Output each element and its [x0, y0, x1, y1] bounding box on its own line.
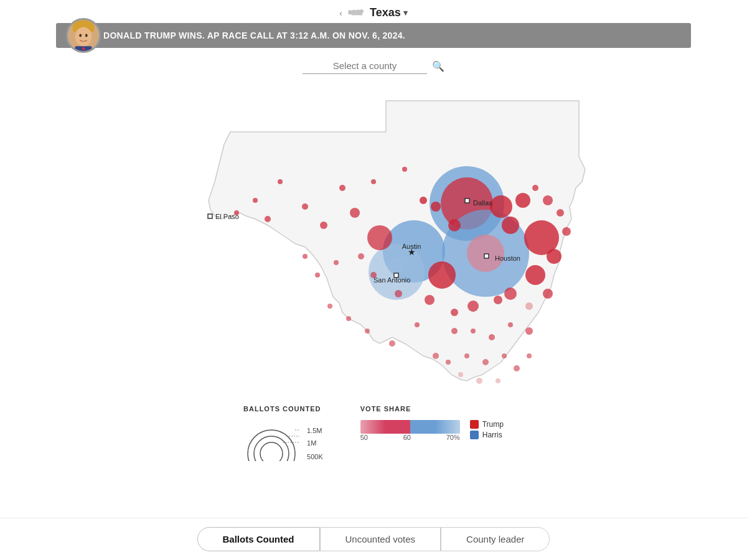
- vote-bubble[interactable]: [420, 197, 427, 204]
- vote-bubble[interactable]: [303, 254, 308, 259]
- texas-svg: El Paso Dallas ★ Austin San Antonio Hous…: [156, 82, 591, 393]
- svg-point-3: [75, 27, 92, 47]
- vote-bubble[interactable]: [508, 322, 513, 327]
- vote-bubble[interactable]: [525, 327, 533, 335]
- ballots-size-labels: 1.5M 1M 500K: [307, 418, 323, 461]
- svg-point-5: [85, 34, 88, 37]
- tab-uncounted-votes[interactable]: Uncounted votes: [320, 527, 441, 551]
- vote-bubble[interactable]: [334, 260, 339, 265]
- el-paso-label: El Paso: [215, 213, 239, 220]
- vote-bubble[interactable]: [327, 304, 332, 309]
- svg-point-8: [248, 430, 295, 461]
- legend-area: BALLOTS COUNTED 1.5M 1M 500K: [0, 396, 747, 467]
- size-1m: 1M: [307, 439, 323, 447]
- vote-bubble[interactable]: [350, 208, 360, 218]
- county-search-input[interactable]: [303, 58, 427, 74]
- vote-legend-items: Trump Harris: [470, 420, 504, 439]
- vote-bubble[interactable]: [458, 372, 463, 377]
- county-search-area: 🔍: [0, 58, 747, 74]
- svg-point-4: [79, 34, 82, 37]
- vote-bubble[interactable]: [448, 219, 461, 231]
- search-icon[interactable]: 🔍: [432, 60, 444, 72]
- vote-bubble[interactable]: [562, 227, 571, 236]
- vote-bubble[interactable]: [489, 334, 495, 340]
- vote-share-title: VOTE SHARE: [360, 405, 504, 413]
- vote-bubble[interactable]: [451, 309, 458, 316]
- vote-bubble[interactable]: [339, 185, 345, 191]
- vote-bubble[interactable]: [431, 202, 441, 212]
- vote-bubble[interactable]: [388, 258, 403, 273]
- vote-bubble[interactable]: [471, 329, 476, 334]
- vote-bubble[interactable]: [402, 167, 407, 172]
- vote-bar-gradient: [360, 420, 460, 434]
- harris-legend-item: Harris: [470, 431, 504, 439]
- el-paso-marker: [208, 214, 212, 218]
- vote-bubble[interactable]: [415, 322, 420, 327]
- size-500k: 500K: [307, 452, 323, 461]
- winner-banner: DONALD TRUMP WINS. AP RACE CALL AT 3:12 …: [56, 23, 691, 48]
- vote-bubble[interactable]: [514, 365, 520, 371]
- vote-bubble[interactable]: [502, 353, 507, 358]
- vote-bubble[interactable]: [302, 203, 308, 210]
- vote-bubble[interactable]: [425, 295, 435, 305]
- vote-bubble[interactable]: [496, 378, 500, 383]
- ballots-circles-svg: [243, 416, 299, 461]
- vote-bubble[interactable]: [557, 209, 564, 217]
- vote-bubble[interactable]: [532, 185, 538, 191]
- vote-bubble[interactable]: [358, 253, 364, 259]
- vote-bubble[interactable]: [451, 328, 458, 334]
- vote-bubble[interactable]: [278, 179, 283, 184]
- vote-bubble[interactable]: [525, 265, 545, 285]
- winner-avatar: [66, 18, 101, 53]
- vote-bubble[interactable]: [504, 287, 517, 300]
- vote-bubble[interactable]: [395, 290, 402, 297]
- ballots-legend-title: BALLOTS COUNTED: [243, 405, 323, 413]
- dallas-label: Dallas: [473, 199, 492, 207]
- vote-bar-labels: 50 60 70%: [360, 434, 460, 441]
- vote-bubble[interactable]: [320, 222, 327, 229]
- svg-point-9: [254, 436, 289, 461]
- chevron-down-icon: ▾: [403, 8, 408, 17]
- vote-bubble[interactable]: [315, 273, 320, 278]
- vote-bubble[interactable]: [490, 195, 512, 218]
- vote-bubble[interactable]: [467, 301, 479, 312]
- bottom-tabs: Ballots Counted Uncounted votes County l…: [0, 518, 747, 560]
- trump-legend-item: Trump: [470, 420, 504, 429]
- vote-bubble[interactable]: [253, 198, 258, 203]
- vote-bubble[interactable]: [389, 340, 395, 347]
- vote-bubble[interactable]: [494, 296, 502, 304]
- vote-bubble[interactable]: [346, 316, 351, 321]
- vote-bubble[interactable]: [365, 329, 370, 334]
- vote-bubble[interactable]: [433, 353, 439, 359]
- vote-bubble[interactable]: [428, 261, 456, 289]
- vote-bubble[interactable]: [464, 353, 469, 358]
- vote-bubble[interactable]: [543, 195, 553, 205]
- back-arrow[interactable]: ‹: [339, 8, 342, 18]
- us-map-icon: [347, 7, 365, 19]
- harris-swatch: [470, 431, 479, 439]
- dallas-marker: [465, 198, 469, 203]
- ballots-legend: BALLOTS COUNTED 1.5M 1M 500K: [243, 405, 323, 461]
- vote-share-legend: VOTE SHARE 50 60 70% Trump Harris: [360, 405, 504, 441]
- vote-bubble[interactable]: [371, 179, 376, 184]
- tab-county-leader[interactable]: County leader: [441, 527, 550, 551]
- houston-marker: [484, 254, 489, 258]
- vote-bubble[interactable]: [547, 249, 561, 264]
- vote-bubble[interactable]: [525, 302, 533, 310]
- vote-bubble[interactable]: [482, 359, 489, 365]
- banner-text: DONALD TRUMP WINS. AP RACE CALL AT 3:12 …: [103, 30, 405, 40]
- vote-bubble[interactable]: [515, 193, 530, 208]
- vote-bubble[interactable]: [502, 217, 519, 234]
- vote-bubble[interactable]: [476, 378, 482, 384]
- vote-bubble[interactable]: [467, 235, 504, 272]
- san-antonio-label: San Antonio: [374, 276, 410, 284]
- vote-bubble[interactable]: [265, 216, 271, 222]
- vote-bubble[interactable]: [367, 225, 392, 250]
- tab-ballots-counted[interactable]: Ballots Counted: [197, 527, 320, 551]
- state-selector[interactable]: Texas ▾: [370, 6, 408, 19]
- vote-bubble[interactable]: [446, 360, 451, 365]
- vote-bubble[interactable]: [543, 289, 553, 299]
- vote-bubble[interactable]: [527, 353, 532, 358]
- trump-swatch: [470, 420, 479, 429]
- houston-label: Houston: [495, 254, 520, 262]
